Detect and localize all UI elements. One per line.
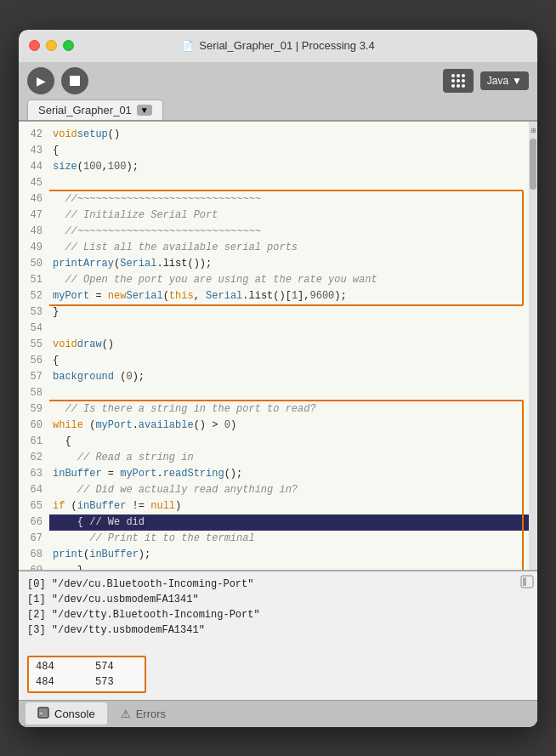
code-line: [49, 175, 529, 191]
svg-rect-10: [523, 577, 526, 586]
console-line: [0] "/dev/cu.Bluetooth-Incoming-Port": [27, 577, 529, 592]
main-window: 📄 Serial_Grapher_01 | Processing 3.4 ▶: [19, 30, 537, 727]
data-box: 484 574 484 573: [27, 656, 146, 693]
svg-point-4: [457, 79, 460, 82]
tab-console[interactable]: >_ Console: [26, 702, 107, 725]
java-label: Java: [487, 75, 508, 87]
console-line: [1] "/dev/cu.usbmodemFA1341": [27, 592, 529, 607]
tab-label: Serial_Grapher_01: [38, 104, 132, 117]
tab-bar: Serial_Grapher_01 ▼: [19, 99, 537, 122]
svg-text:>_: >_: [39, 710, 47, 717]
line-number: 58: [24, 385, 43, 401]
svg-point-2: [462, 74, 465, 77]
code-line: background (0);: [49, 369, 529, 385]
line-number: 43: [24, 143, 43, 159]
code-container: 4243444546474849505152535455565758596061…: [19, 122, 537, 570]
svg-point-8: [462, 84, 465, 88]
data-col2: 573: [95, 674, 138, 690]
line-number: 45: [24, 175, 43, 191]
line-number: 52: [24, 288, 43, 304]
code-line: void draw(): [49, 337, 529, 353]
code-line: // Print it to the terminal: [49, 531, 529, 547]
java-mode-button[interactable]: Java ▼: [480, 71, 529, 90]
line-number: 56: [24, 353, 43, 369]
svg-point-3: [451, 79, 455, 82]
line-number: 68: [24, 547, 43, 563]
line-number: 64: [24, 482, 43, 498]
close-button[interactable]: [29, 40, 40, 51]
toolbar: ▶ Java ▼: [19, 62, 537, 99]
code-line: // Open the port you are using at the ra…: [49, 272, 529, 288]
mode-button[interactable]: [443, 69, 474, 93]
line-number: 57: [24, 369, 43, 385]
data-row: 484 574: [36, 659, 138, 674]
errors-label: Errors: [136, 708, 166, 720]
code-line: //~~~~~~~~~~~~~~~~~~~~~~~~~~~~~~: [49, 224, 529, 240]
line-number: 47: [24, 207, 43, 224]
data-row: 484 573: [36, 674, 138, 690]
run-button[interactable]: ▶: [27, 67, 54, 94]
dropdown-arrow-icon: ▼: [512, 75, 522, 87]
window-title: 📄 Serial_Grapher_01 | Processing 3.4: [181, 39, 374, 52]
line-number: 42: [24, 127, 43, 143]
code-line: [49, 385, 529, 401]
code-line: {: [49, 434, 529, 450]
line-number: 46: [24, 191, 43, 207]
code-line: }: [49, 563, 529, 570]
bottom-tabs: >_ Console ⚠ Errors: [19, 700, 537, 727]
code-line: printArray(Serial.list());: [49, 256, 529, 272]
console-line: [3] "/dev/tty.usbmodemFA1341": [27, 622, 529, 638]
code-line: // Is there a string in the port to read…: [49, 401, 529, 418]
code-line: size(100,100);: [49, 159, 529, 175]
minimize-button[interactable]: [46, 40, 57, 51]
line-number: 53: [24, 304, 43, 321]
code-line: {: [49, 143, 529, 159]
scrollbar[interactable]: ⊞: [529, 122, 537, 570]
file-icon: 📄: [181, 40, 194, 52]
maximize-button[interactable]: [63, 40, 74, 51]
code-line: print(inBuffer);: [49, 547, 529, 563]
tab-errors[interactable]: ⚠ Errors: [109, 702, 178, 725]
code-line: while (myPort.available() > 0): [49, 418, 529, 434]
svg-point-7: [457, 84, 460, 88]
line-number: 66: [24, 514, 43, 531]
warning-icon: ⚠: [121, 708, 131, 720]
line-number: 62: [24, 450, 43, 466]
svg-point-1: [457, 74, 460, 77]
console-line: [2] "/dev/tty.Bluetooth-Incoming-Port": [27, 607, 529, 622]
scrollbar-thumb[interactable]: [530, 139, 536, 190]
code-line: [49, 321, 529, 337]
code-line: {: [49, 353, 529, 369]
line-numbers: 4243444546474849505152535455565758596061…: [19, 122, 49, 570]
console-scroll-icon[interactable]: [520, 575, 534, 593]
code-line: //~~~~~~~~~~~~~~~~~~~~~~~~~~~~~~: [49, 191, 529, 207]
code-line: if (inBuffer != null): [49, 498, 529, 514]
scroll-icon: ⊞: [529, 125, 537, 137]
line-number: 61: [24, 434, 43, 450]
code-line: }: [49, 304, 529, 321]
line-number: 60: [24, 418, 43, 434]
title-label: Serial_Grapher_01 | Processing 3.4: [199, 39, 374, 52]
code-body[interactable]: void setup(){ size(100,100); //~~~~~~~~~…: [49, 122, 529, 570]
code-line: // List all the available serial ports: [49, 240, 529, 256]
code-line: { // We did: [49, 514, 529, 531]
line-number: 63: [24, 466, 43, 482]
code-line: // Read a string in: [49, 450, 529, 466]
code-line: // Did we actually read anything in?: [49, 482, 529, 498]
line-number: 50: [24, 256, 43, 272]
line-number: 48: [24, 224, 43, 240]
stop-icon: [70, 76, 80, 86]
tab-dropdown-button[interactable]: ▼: [137, 105, 152, 116]
data-col1: 484: [36, 659, 78, 674]
stop-button[interactable]: [61, 67, 88, 94]
mode-icon: [450, 72, 467, 89]
code-line: void setup(): [49, 127, 529, 143]
tab-serial-grapher[interactable]: Serial_Grapher_01 ▼: [27, 99, 163, 120]
svg-point-0: [451, 74, 455, 77]
svg-point-6: [451, 84, 455, 88]
line-number: 55: [24, 337, 43, 353]
code-line: myPort = new Serial(this, Serial.list()[…: [49, 288, 529, 304]
console-icon: >_: [37, 707, 49, 721]
editor-area: 4243444546474849505152535455565758596061…: [19, 122, 537, 570]
line-number: 49: [24, 240, 43, 256]
